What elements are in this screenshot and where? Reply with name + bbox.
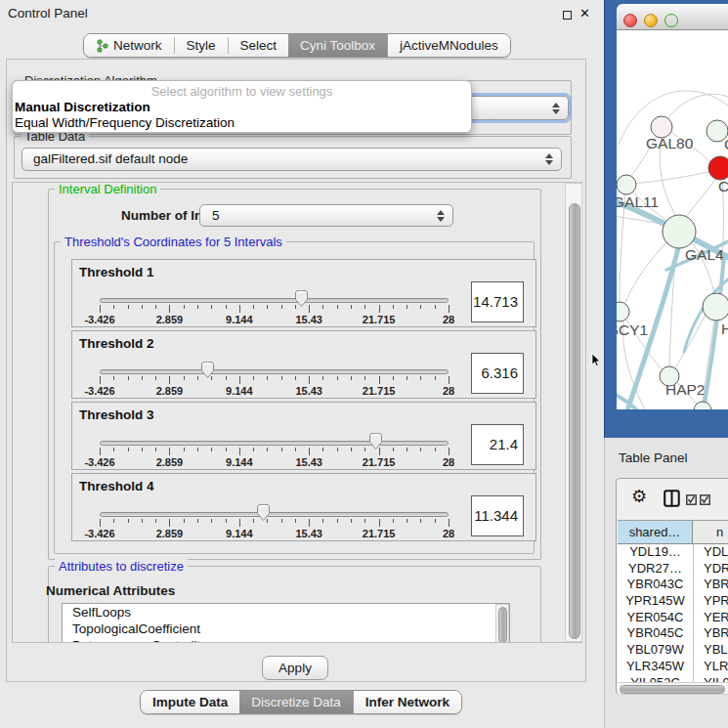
- table-row[interactable]: YDL19…YDL1: [618, 544, 728, 561]
- cell-name[interactable]: YBL0: [694, 642, 728, 659]
- network-node-GAL11[interactable]: [617, 175, 636, 194]
- slider-thumb[interactable]: [199, 361, 216, 382]
- select-columns-icon[interactable]: [686, 493, 711, 508]
- threshold-value-field[interactable]: 6.316: [471, 353, 524, 394]
- network-node-label: H: [721, 321, 728, 337]
- slider-track[interactable]: [100, 441, 449, 446]
- cell-shared-name[interactable]: YBL079W: [618, 642, 694, 659]
- network-window-titlebar[interactable]: [617, 4, 728, 30]
- cell-name[interactable]: YDR2: [694, 561, 728, 578]
- slider-tick: [211, 448, 212, 451]
- slider-tick: [169, 376, 170, 384]
- attribute-list-item[interactable]: SelfLoops: [63, 604, 509, 621]
- network-node-red-node[interactable]: [708, 156, 728, 180]
- cell-name[interactable]: YBR0: [694, 625, 728, 642]
- slider-tick: [239, 305, 240, 313]
- slider-track[interactable]: [100, 298, 449, 303]
- popup-prompt-item[interactable]: Select algorithm to view settings: [13, 83, 471, 100]
- cell-name[interactable]: YIL0: [694, 675, 728, 683]
- slider-tick: [226, 448, 227, 451]
- cell-shared-name[interactable]: YDL19…: [618, 544, 694, 561]
- table-row[interactable]: YPR145WYPR1: [618, 593, 728, 610]
- cell-shared-name[interactable]: YLR345W: [618, 659, 694, 675]
- cell-shared-name[interactable]: YPR145W: [618, 593, 694, 610]
- tab-style[interactable]: Style: [175, 34, 228, 57]
- slider-tick: [155, 376, 156, 380]
- table-rows: YDL19…YDL1YDR27…YDR2YBR043CYBR0YPR145WYP…: [618, 544, 728, 682]
- cell-name[interactable]: YLR3: [694, 659, 728, 675]
- slider-thumb[interactable]: [255, 503, 272, 525]
- tab-impute-data[interactable]: Impute Data: [141, 691, 239, 713]
- network-node-node-clipped-bottom[interactable]: [694, 402, 711, 409]
- cell-shared-name[interactable]: YIL052C: [618, 675, 694, 683]
- list-scrollbar[interactable]: [495, 604, 509, 643]
- settings-scrollbar[interactable]: [565, 183, 582, 642]
- column-header-shared-name[interactable]: shared…: [618, 521, 693, 543]
- slider-tick: [351, 519, 352, 523]
- tab-jactivemnodules[interactable]: jActiveMNodules: [387, 34, 510, 57]
- column-header-name[interactable]: n: [693, 521, 728, 543]
- threshold-value-field[interactable]: 21.4: [471, 424, 524, 465]
- attribute-list-item[interactable]: TopologicalCoefficient: [63, 621, 509, 637]
- tab-infer-network[interactable]: Infer Network: [353, 691, 461, 713]
- table-hscrollbar[interactable]: [618, 682, 728, 695]
- table-row[interactable]: YBR043CYBR0: [618, 577, 728, 593]
- slider-tick: [309, 519, 310, 527]
- table-row[interactable]: YDR27…YDR2: [618, 561, 728, 578]
- slider-tick: [226, 305, 227, 309]
- zoom-traffic-light[interactable]: [664, 14, 678, 27]
- table-row[interactable]: YBR045CYBR0: [618, 625, 728, 642]
- network-node-GCY1[interactable]: [617, 302, 629, 321]
- bottom-tab-bar: Impute Data Discretize Data Infer Networ…: [140, 690, 462, 714]
- minimize-traffic-light[interactable]: [644, 14, 658, 27]
- threshold-value-field[interactable]: 14.713: [471, 281, 524, 322]
- close-icon[interactable]: ✕: [579, 6, 590, 21]
- float-icon[interactable]: [563, 11, 572, 20]
- slider-tick: [239, 376, 240, 384]
- table-row[interactable]: YER054CYER0: [618, 610, 728, 626]
- network-node-label: GCY1: [617, 321, 648, 338]
- cell-shared-name[interactable]: YBR045C: [618, 625, 694, 642]
- cell-name[interactable]: YPR1: [694, 593, 728, 610]
- table-row[interactable]: YLR345WYLR3: [618, 659, 728, 675]
- cell-shared-name[interactable]: YDR27…: [618, 561, 694, 578]
- network-node-GAL4[interactable]: [663, 215, 696, 248]
- cell-name[interactable]: YER0: [694, 610, 728, 626]
- tab-cyni-toolbox[interactable]: Cyni Toolbox: [288, 34, 387, 57]
- slider-tick: [253, 519, 254, 523]
- network-canvas[interactable]: GAL80GACGAL11GAL4GCY1HHAP2: [617, 30, 728, 409]
- slider-track[interactable]: [100, 512, 449, 517]
- popup-option-manual-discretization[interactable]: Manual Discretization: [13, 100, 471, 115]
- table-row[interactable]: YIL052CYIL0: [618, 675, 728, 683]
- slider-tick: [184, 305, 185, 309]
- threshold-value-field[interactable]: 11.344: [471, 495, 524, 536]
- slider-tick: [211, 519, 212, 523]
- tab-network-label: Network: [113, 38, 162, 53]
- slider-tick-label: 21.715: [363, 314, 396, 325]
- cell-shared-name[interactable]: YBR043C: [618, 577, 694, 593]
- apply-button[interactable]: Apply: [262, 656, 328, 680]
- table-row[interactable]: YBL079WYBL0: [618, 642, 728, 659]
- tab-network[interactable]: Network: [84, 34, 174, 57]
- popup-option-equal-width-frequency[interactable]: Equal Width/Frequency Discretization: [13, 115, 471, 131]
- cell-name[interactable]: YDL1: [694, 544, 728, 561]
- close-traffic-light[interactable]: [623, 14, 637, 27]
- network-node-node-H[interactable]: [703, 293, 728, 321]
- attribute-list-item[interactable]: BetweennessCentrality: [63, 637, 509, 643]
- table-settings-icon[interactable]: ⚙: [631, 486, 647, 507]
- slider-tick: [197, 519, 198, 523]
- cell-name[interactable]: YBR0: [694, 577, 728, 593]
- slider-thumb[interactable]: [293, 289, 310, 311]
- tab-select[interactable]: Select: [229, 34, 289, 57]
- slider-tick: [379, 519, 380, 527]
- slider-thumb[interactable]: [367, 432, 384, 453]
- slider-tick: [435, 519, 436, 523]
- slider-track[interactable]: [100, 369, 449, 374]
- slider-tick: [169, 305, 170, 313]
- tab-discretize-data[interactable]: Discretize Data: [239, 691, 353, 713]
- slider-tick: [449, 376, 450, 384]
- slider-tick: [449, 305, 450, 313]
- column-layout-icon[interactable]: [664, 490, 680, 510]
- cell-shared-name[interactable]: YER054C: [618, 610, 694, 626]
- table-data-combobox[interactable]: galFiltered.sif default node: [21, 148, 562, 171]
